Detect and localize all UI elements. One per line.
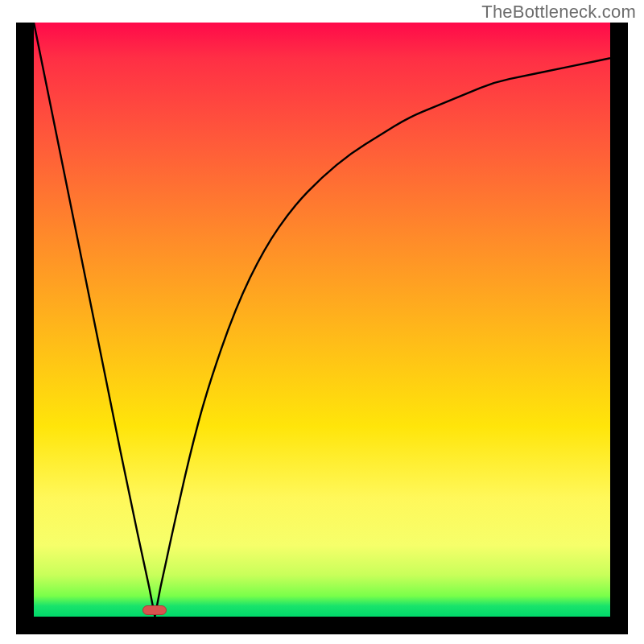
minimum-marker xyxy=(142,605,167,615)
plot-area xyxy=(34,23,610,617)
curve-path xyxy=(34,23,610,617)
chart-root: TheBottleneck.com xyxy=(0,0,644,644)
chart-frame xyxy=(16,23,628,634)
watermark-text: TheBottleneck.com xyxy=(481,2,636,23)
bottleneck-curve xyxy=(34,23,610,617)
